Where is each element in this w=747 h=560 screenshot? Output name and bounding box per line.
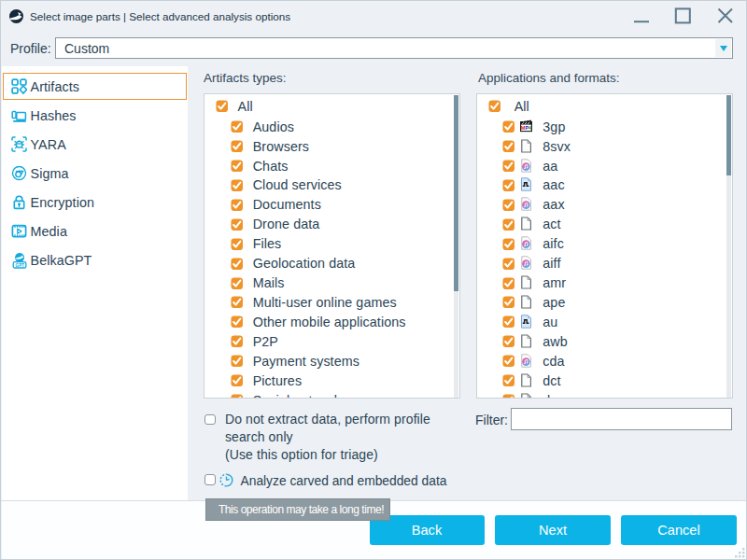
svg-text:GPT: GPT [16, 262, 25, 267]
